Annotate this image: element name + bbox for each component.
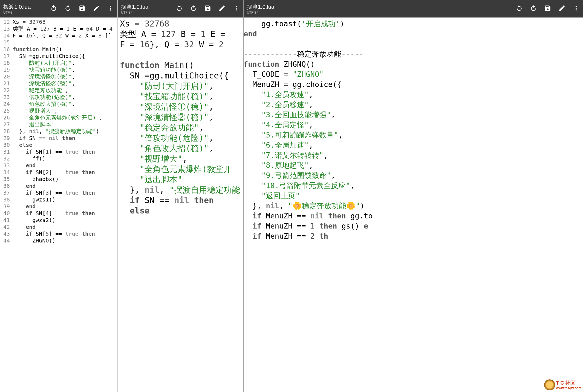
code-line[interactable]: "找宝箱功能(稳)",	[118, 91, 243, 102]
code-line[interactable]: 44 ZHGNO()	[0, 237, 117, 244]
code-line[interactable]	[244, 39, 583, 49]
code-line[interactable]: "8.原地起飞",	[244, 160, 583, 170]
code-line[interactable]: "稳定奔放功能",	[118, 122, 243, 133]
code-line[interactable]: 34 if SN[2] == true then	[0, 169, 117, 176]
code-line[interactable]: 类型 A = 127 B = 1 E =	[118, 29, 243, 39]
code-line[interactable]: 26 "全角色元素爆炸(教堂开启)",	[0, 114, 117, 121]
code-line[interactable]: 24 "角色改大招(稳)",	[0, 101, 117, 107]
code-line[interactable]: 32 ff()	[0, 155, 117, 162]
code-line[interactable]: 23 "倍攻功能(危险)",	[0, 94, 117, 101]
code-line[interactable]: 12Xs = 32768	[0, 19, 117, 25]
code-line[interactable]: SN =gg.multiChoice({	[118, 71, 243, 81]
code-line[interactable]: }, nil, "🌼稳定奔放功能🌼")	[244, 201, 583, 211]
code-line[interactable]: "深境清怪②(稳)",	[118, 112, 243, 122]
code-line[interactable]: "视野增大",	[118, 154, 243, 164]
edit-icon[interactable]	[218, 5, 226, 13]
save-icon[interactable]	[79, 5, 86, 13]
code-line[interactable]: "4.全局定怪",	[244, 120, 583, 130]
code-line[interactable]: "深境清怪①(稳)",	[118, 102, 243, 112]
code-line[interactable]: 35 zhaobx()	[0, 176, 117, 183]
code-text: "深境清怪②(稳)",	[13, 80, 117, 87]
code-line[interactable]: "2.全员移速",	[244, 100, 583, 110]
code-line[interactable]: "退出脚本"	[118, 174, 243, 185]
code-line[interactable]: 33 end	[0, 162, 117, 169]
code-line[interactable]: "防封(大门开启)",	[118, 81, 243, 91]
code-text: "7.诺艾尔转转转",	[244, 150, 583, 160]
code-text: function ZHGNQ()	[244, 59, 583, 69]
code-line[interactable]: 15	[0, 39, 117, 46]
code-line[interactable]: "5.可莉蹦蹦炸弹数量",	[244, 130, 583, 140]
code-line[interactable]: "返回上页"	[244, 191, 583, 201]
code-line[interactable]: }, nil, "摆渡自用稳定功能	[118, 185, 243, 195]
code-line[interactable]: "1.全员攻速",	[244, 89, 583, 100]
code-line[interactable]: "7.诺艾尔转转转",	[244, 150, 583, 160]
code-line[interactable]: "全角色元素爆炸(教堂开	[118, 164, 243, 174]
code-line[interactable]: 31 if SN[1] == true then	[0, 148, 117, 155]
code-line[interactable]: 28 }, nil, "摆渡新版稳定功能")	[0, 128, 117, 135]
code-line[interactable]: 38 gwzs1()	[0, 196, 117, 203]
code-line[interactable]: "倍攻功能(危险)",	[118, 133, 243, 143]
line-number: 42	[0, 224, 13, 230]
code-line[interactable]: "9.弓箭范围锁致命",	[244, 170, 583, 180]
code-line[interactable]: 20 "深境清怪①(稳)",	[0, 73, 117, 80]
code-line[interactable]: 41 gwzs2()	[0, 217, 117, 224]
code-line[interactable]: Xs = 32768	[118, 19, 243, 29]
code-line[interactable]: 43 if SN[5] == true then	[0, 230, 117, 237]
code-line[interactable]: 27 "退出脚本"	[0, 121, 117, 128]
code-line[interactable]: "角色改大招(稳)",	[118, 143, 243, 154]
code-line[interactable]	[118, 50, 243, 60]
undo-icon[interactable]	[516, 5, 523, 13]
save-icon[interactable]	[544, 5, 551, 13]
code-line[interactable]: 19 "找宝箱功能(稳)",	[0, 66, 117, 73]
code-line[interactable]: MenuZH = gg.choice({	[244, 79, 583, 89]
code-text: 类型 A = 127 B = 1 E =	[120, 29, 243, 39]
redo-icon[interactable]	[64, 5, 71, 13]
code-line[interactable]: ------------稳定奔放功能-----	[244, 49, 583, 59]
code-line[interactable]: T_CODE = "ZHGNQ"	[244, 69, 583, 79]
code-line[interactable]: "10.弓箭附带元素全反应",	[244, 180, 583, 191]
edit-icon[interactable]	[93, 5, 100, 13]
code-text: "5.可莉蹦蹦炸弹数量",	[244, 130, 583, 140]
code-line[interactable]: 42 end	[0, 224, 117, 230]
code-line[interactable]: F = 16}, Q = 32 W = 2	[118, 39, 243, 50]
code-line[interactable]: 39 end	[0, 203, 117, 210]
code-line[interactable]: 30 else	[0, 142, 117, 148]
code-text: "4.全局定怪",	[244, 120, 583, 130]
redo-icon[interactable]	[190, 5, 197, 13]
code-line[interactable]: else	[118, 206, 243, 216]
code-line[interactable]: 37 if SN[3] == true then	[0, 189, 117, 196]
code-line[interactable]: 25 "视野增大",	[0, 107, 117, 114]
code-line[interactable]: 22 "稳定奔放功能",	[0, 87, 117, 94]
code-line[interactable]: 16function Main()	[0, 46, 117, 53]
undo-icon[interactable]	[50, 5, 57, 13]
undo-icon[interactable]	[176, 5, 183, 13]
code-editor-3[interactable]: gg.toast('开启成功')end ------------稳定奔放功能--…	[244, 17, 583, 392]
edit-icon[interactable]	[558, 5, 565, 13]
more-icon[interactable]	[107, 5, 114, 13]
code-line[interactable]: if MenuZH == 1 then gs() e	[244, 221, 583, 231]
code-line[interactable]: function ZHGNQ()	[244, 59, 583, 69]
code-line[interactable]: 29 if SN == nil then	[0, 135, 117, 142]
code-line[interactable]: 14F = 16}, Q = 32 W = 2 X = 8 ]]	[0, 32, 117, 39]
more-icon[interactable]	[233, 5, 240, 13]
code-line[interactable]: 17 SN =gg.multiChoice({	[0, 53, 117, 60]
code-line[interactable]: 36 end	[0, 183, 117, 189]
more-icon[interactable]	[573, 5, 580, 13]
code-line[interactable]: if SN == nil then	[118, 195, 243, 206]
code-line[interactable]: "3.全回血技能增强",	[244, 110, 583, 120]
code-line[interactable]: gg.toast('开启成功')	[244, 19, 583, 29]
code-line[interactable]: 13类型 A = 127 B = 1 E = 64 D = 4	[0, 25, 117, 32]
code-text: if MenuZH == 1 then gs() e	[244, 221, 583, 231]
code-line[interactable]: function Main()	[118, 60, 243, 71]
code-line[interactable]: if MenuZH == 2 th	[244, 231, 583, 241]
code-line[interactable]: end	[244, 29, 583, 39]
code-editor-1[interactable]: 12Xs = 3276813类型 A = 127 B = 1 E = 64 D …	[0, 17, 117, 392]
code-line[interactable]: 40 if SN[4] == true then	[0, 210, 117, 217]
code-line[interactable]: 18 "防封(大门开启)",	[0, 60, 117, 66]
code-line[interactable]: 21 "深境清怪②(稳)",	[0, 80, 117, 87]
code-editor-2[interactable]: Xs = 32768类型 A = 127 B = 1 E =F = 16}, Q…	[118, 17, 243, 392]
redo-icon[interactable]	[530, 5, 537, 13]
code-line[interactable]: if MenuZH == nil then gg.to	[244, 211, 583, 221]
save-icon[interactable]	[204, 5, 211, 13]
code-line[interactable]: "6.全局加速",	[244, 140, 583, 150]
